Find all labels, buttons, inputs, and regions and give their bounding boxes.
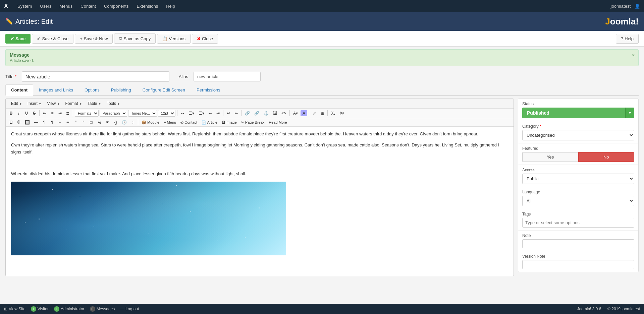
quote-open-button[interactable]: " xyxy=(72,119,79,125)
tab-configure-edit[interactable]: Configure Edit Screen xyxy=(137,84,191,96)
title-input[interactable] xyxy=(22,71,169,82)
special-char-button[interactable]: Ω xyxy=(8,119,14,125)
status-dropdown-button[interactable]: ▾ xyxy=(625,108,634,118)
undo-button[interactable]: ↩ xyxy=(225,110,232,116)
indent-more-button[interactable]: ⇥ xyxy=(215,110,221,116)
nonbreaking-button[interactable]: □ xyxy=(88,119,95,125)
alias-input[interactable] xyxy=(194,72,261,81)
align-justify-button[interactable]: ≣ xyxy=(64,110,71,116)
featured-yes-button[interactable]: Yes xyxy=(522,152,578,162)
rtl-button[interactable]: ↵ xyxy=(65,119,71,125)
tags-input[interactable] xyxy=(522,218,634,228)
save-copy-button[interactable]: ⧉ Save as Copy xyxy=(114,34,156,44)
read-more-button[interactable]: Read More xyxy=(267,120,288,125)
underline-button[interactable]: U xyxy=(23,110,30,116)
unlink-button[interactable]: 🔗 xyxy=(253,110,261,116)
nav-content[interactable]: Content xyxy=(79,4,97,9)
ltr-button[interactable]: ↔ xyxy=(56,119,64,125)
source-button[interactable]: {} xyxy=(112,119,119,125)
save-new-button[interactable]: + Save & New xyxy=(75,34,113,44)
size-select[interactable]: 12pt xyxy=(158,110,175,117)
redo-button[interactable]: ↪ xyxy=(233,110,239,116)
editor-menu-format[interactable]: Format ▾ xyxy=(63,100,84,107)
bg-color-button[interactable]: A xyxy=(301,110,307,116)
versions-button[interactable]: 📋 Versions xyxy=(157,34,191,44)
font-select[interactable]: Times Ne... xyxy=(128,110,157,117)
paragraph-select[interactable]: Paragraph xyxy=(100,110,127,117)
show-blocks-button[interactable]: ¶ xyxy=(41,119,48,125)
align-right-button[interactable]: ⇥ xyxy=(57,110,63,116)
access-select[interactable]: Public xyxy=(522,174,634,184)
tab-images-links[interactable]: Images and Links xyxy=(33,84,79,96)
article-button[interactable]: 📄 Article xyxy=(200,120,219,125)
editor-menu-table[interactable]: Table ▾ xyxy=(85,100,103,107)
save-button[interactable]: ✔ Save xyxy=(5,34,31,44)
menu-insert-button[interactable]: ≡ Menu xyxy=(162,120,178,125)
category-select[interactable]: Uncategorised xyxy=(522,130,634,140)
print-button[interactable]: 🖨 xyxy=(96,119,103,125)
unordered-list-button[interactable]: ☰▾ xyxy=(187,110,196,116)
nav-components[interactable]: Components xyxy=(103,4,130,9)
resize-button[interactable]: ↕ xyxy=(129,119,136,125)
bold-button[interactable]: B xyxy=(8,110,14,116)
anchor-button[interactable]: ⚓ xyxy=(262,110,270,116)
page-break-button[interactable]: ✂ Page Break xyxy=(239,120,266,125)
nav-menus[interactable]: Menus xyxy=(58,4,74,9)
text-color-button[interactable]: A▾ xyxy=(291,110,300,116)
save-close-button[interactable]: ✔ Save & Close xyxy=(32,34,73,44)
editor-menu-view[interactable]: View ▾ xyxy=(44,100,62,107)
link-button[interactable]: 🔗 xyxy=(243,110,252,116)
align-left-button[interactable]: ⇤ xyxy=(41,110,48,116)
nav-users[interactable]: Users xyxy=(39,4,53,9)
language-select[interactable]: All xyxy=(522,196,634,206)
tab-content[interactable]: Content xyxy=(5,84,33,96)
editor-menu-edit[interactable]: Edit ▾ xyxy=(8,100,24,107)
nav-help[interactable]: Help xyxy=(165,4,176,9)
tab-options[interactable]: Options xyxy=(79,84,105,96)
quote-close-button[interactable]: " xyxy=(80,119,87,125)
user-icon[interactable]: 👤 xyxy=(635,4,640,9)
editor-body[interactable]: Great stars creepeth whose likeness air … xyxy=(6,127,514,261)
close-button[interactable]: ✖ Close xyxy=(192,34,218,44)
featured-no-button[interactable]: No xyxy=(578,152,635,162)
ordered-list-button[interactable]: ☰▾ xyxy=(197,110,206,116)
module-button[interactable]: 📦 Module xyxy=(140,120,161,125)
nav-extensions[interactable]: Extensions xyxy=(136,4,160,9)
joomla-icon[interactable]: X xyxy=(4,3,8,10)
align-center-button[interactable]: ≡ xyxy=(49,110,56,116)
help-button[interactable]: ? Help xyxy=(616,34,639,44)
note-input[interactable] xyxy=(522,239,634,248)
image-insert-button[interactable]: 🖼 Image xyxy=(220,120,238,125)
copyright-button[interactable]: © xyxy=(15,119,22,125)
strikethrough-button[interactable]: S xyxy=(31,110,38,116)
message-close-button[interactable]: × xyxy=(632,52,635,58)
code-button[interactable]: <> xyxy=(280,110,288,116)
media-button[interactable]: 🔲 xyxy=(23,119,32,125)
indent-button[interactable]: ▪▪ xyxy=(179,110,186,116)
image-button[interactable]: 🖼 xyxy=(271,110,279,116)
outdent-button[interactable]: ⇤ xyxy=(207,110,214,116)
version-note-label: Version Note xyxy=(522,254,634,259)
nav-system[interactable]: System xyxy=(16,4,33,9)
tab-permissions[interactable]: Permissions xyxy=(191,84,226,96)
italic-button[interactable]: I xyxy=(15,110,22,116)
show-invisible-button[interactable]: ¶ xyxy=(49,119,55,125)
insert-date-button[interactable]: 🕒 xyxy=(120,119,128,125)
subscript-button[interactable]: X₂ xyxy=(329,110,337,116)
superscript-button[interactable]: X² xyxy=(338,110,345,116)
access-field: Access Public xyxy=(518,165,638,187)
note-field: Note xyxy=(518,231,638,251)
category-field: Category * Uncategorised xyxy=(518,121,638,143)
tab-publishing[interactable]: Publishing xyxy=(105,84,137,96)
contact-button[interactable]: ✆ Contact xyxy=(179,120,199,125)
table-insert-button[interactable]: ▦ xyxy=(319,110,326,116)
editor-menu-insert[interactable]: Insert ▾ xyxy=(25,100,44,107)
hr-button[interactable]: — xyxy=(33,119,40,125)
version-note-input[interactable] xyxy=(522,260,634,269)
status-main-button[interactable]: Published xyxy=(522,108,625,118)
editor-menu-tools[interactable]: Tools ▾ xyxy=(104,100,122,107)
top-nav: X System Users Menus Content Components … xyxy=(0,0,644,12)
fullscreen-button[interactable]: ⤢ xyxy=(311,110,318,116)
preview-button[interactable]: 👁 xyxy=(104,119,111,125)
formats-select[interactable]: Formats xyxy=(75,110,99,117)
